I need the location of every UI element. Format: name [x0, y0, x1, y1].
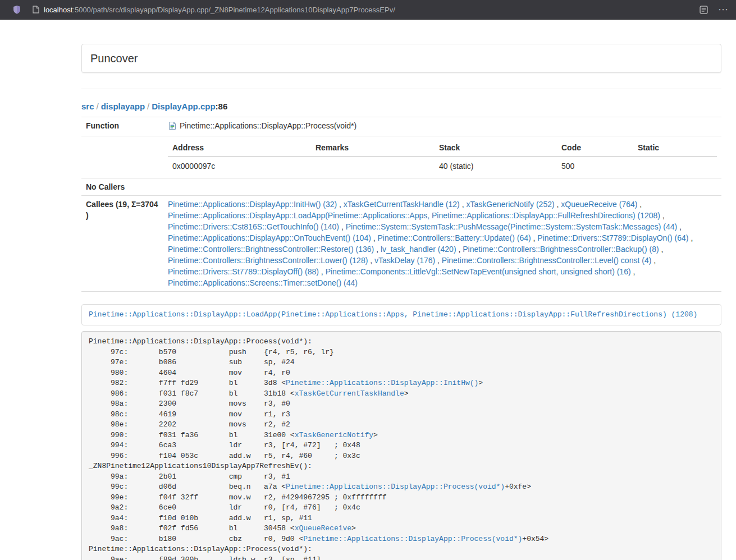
- page-icon: [33, 6, 39, 13]
- callee-link[interactable]: Pinetime::Drivers::St7789::DisplayOff() …: [168, 267, 319, 276]
- callee-link[interactable]: lv_task_handler (420): [381, 245, 456, 254]
- disassembly-symbol-link[interactable]: Pinetime::Applications::DisplayApp::Init…: [286, 379, 478, 387]
- divider: [81, 89, 721, 89]
- function-row: Function Pinetime::Applications::Display…: [81, 117, 721, 136]
- callee-link[interactable]: Pinetime::Controllers::BrightnessControl…: [463, 245, 659, 254]
- callee-link[interactable]: Pinetime::System::SystemTask::PushMessag…: [346, 222, 678, 231]
- url-bar[interactable]: localhost:5000/path/src/displayapp/Displ…: [44, 6, 395, 14]
- breadcrumb-src-link[interactable]: src: [81, 102, 94, 111]
- address-value: 0x0000097c: [168, 157, 311, 175]
- callee-link[interactable]: Pinetime::Drivers::St7789::DisplayOn() (…: [537, 233, 688, 242]
- callee-link[interactable]: xTaskGenericNotify (252): [466, 200, 554, 209]
- column-static: Static: [633, 139, 717, 157]
- highlighted-symbol-box: Pinetime::Applications::DisplayApp::Load…: [81, 304, 721, 325]
- stack-value: 40 (static): [435, 157, 557, 175]
- symbol-table: Function Pinetime::Applications::Display…: [81, 117, 721, 292]
- page-actions-menu-icon[interactable]: ⋯: [718, 4, 728, 15]
- callee-link[interactable]: Pinetime::Controllers::BrightnessControl…: [442, 256, 651, 265]
- highlighted-symbol-link[interactable]: Pinetime::Applications::DisplayApp::Load…: [89, 310, 697, 319]
- column-code: Code: [557, 139, 633, 157]
- code-value: 500: [557, 157, 633, 175]
- callees-row: Callees (19, Σ=3704 ) Pinetime::Applicat…: [81, 196, 721, 292]
- callee-link[interactable]: Pinetime::Controllers::BrightnessControl…: [168, 256, 368, 265]
- callee-link[interactable]: Pinetime::Controllers::BrightnessControl…: [168, 245, 374, 254]
- browser-toolbar: localhost:5000/path/src/displayapp/Displ…: [0, 0, 736, 20]
- no-callers-cell: [163, 178, 721, 196]
- callees-list: Pinetime::Applications::DisplayApp::Init…: [163, 196, 721, 292]
- column-remarks: Remarks: [311, 139, 435, 157]
- metrics-cell: Address Remarks Stack Code Static 0x0000…: [163, 136, 721, 178]
- callee-link[interactable]: Pinetime::Applications::Screens::Timer::…: [168, 278, 358, 287]
- metrics-row: Address Remarks Stack Code Static 0x0000…: [81, 136, 721, 178]
- breadcrumb-file-link[interactable]: DisplayApp.cpp: [152, 102, 215, 111]
- breadcrumb-line-number: :86: [216, 102, 228, 111]
- callee-link[interactable]: xQueueReceive (764): [561, 200, 637, 209]
- callee-link[interactable]: Pinetime::Components::LittleVgl::SetNewT…: [326, 267, 631, 276]
- column-stack: Stack: [435, 139, 557, 157]
- disassembly-symbol-link[interactable]: Pinetime::Applications::DisplayApp::Proc…: [286, 483, 505, 491]
- no-callers-label: No Callers: [81, 178, 163, 196]
- url-path: :5000/path/src/displayapp/DisplayApp.cpp…: [72, 6, 395, 14]
- callee-link[interactable]: Pinetime::Applications::DisplayApp::Init…: [168, 200, 337, 209]
- metrics-data-row: 0x0000097c 40 (static) 500: [168, 157, 717, 175]
- callees-label: Callees (19, Σ=3704 ): [81, 196, 163, 292]
- function-label: Function: [81, 117, 163, 136]
- no-callers-row: No Callers: [81, 178, 721, 196]
- metrics-header-row: Address Remarks Stack Code Static: [168, 139, 717, 157]
- callee-link[interactable]: Pinetime::Drivers::Cst816S::GetTouchInfo…: [168, 222, 339, 231]
- url-host: localhost: [44, 6, 72, 14]
- callee-link[interactable]: Pinetime::Applications::DisplayApp::OnTo…: [168, 233, 371, 242]
- function-type-icon: [168, 121, 177, 133]
- disassembly-symbol-link[interactable]: xTaskGenericNotify: [295, 431, 373, 439]
- static-value: [633, 157, 717, 175]
- callee-link[interactable]: vTaskDelay (176): [374, 256, 435, 265]
- disassembly-symbol-link[interactable]: Pinetime::Applications::DisplayApp::Proc…: [303, 535, 522, 543]
- breadcrumb-separator: /: [94, 102, 101, 111]
- disassembly-symbol-link[interactable]: xTaskGetCurrentTaskHandle: [295, 389, 404, 398]
- reader-view-icon[interactable]: [700, 6, 708, 14]
- function-cell: Pinetime::Applications::DisplayApp::Proc…: [163, 117, 721, 136]
- page-content: Puncover src/displayapp/DisplayApp.cpp:8…: [81, 44, 721, 560]
- empty-header-cell: [81, 136, 163, 178]
- callee-link[interactable]: Pinetime::Controllers::Battery::Update()…: [378, 233, 531, 242]
- disassembly-block: Pinetime::Applications::DisplayApp::Proc…: [81, 331, 721, 560]
- app-title: Puncover: [90, 52, 138, 65]
- column-address: Address: [168, 139, 311, 157]
- remarks-value: [311, 157, 435, 175]
- callee-link[interactable]: xTaskGetCurrentTaskHandle (12): [344, 200, 460, 209]
- app-title-panel: Puncover: [81, 44, 721, 73]
- function-name: Pinetime::Applications::DisplayApp::Proc…: [180, 121, 356, 130]
- callee-link[interactable]: Pinetime::Applications::DisplayApp::Load…: [168, 211, 660, 220]
- breadcrumb: src/displayapp/DisplayApp.cpp:86: [81, 102, 721, 111]
- breadcrumb-displayapp-link[interactable]: displayapp: [101, 102, 145, 111]
- disassembly-symbol-link[interactable]: xQueueReceive: [295, 524, 351, 533]
- tracking-protection-shield-icon[interactable]: [12, 5, 21, 14]
- breadcrumb-separator: /: [145, 102, 152, 111]
- metrics-table: Address Remarks Stack Code Static 0x0000…: [168, 139, 717, 175]
